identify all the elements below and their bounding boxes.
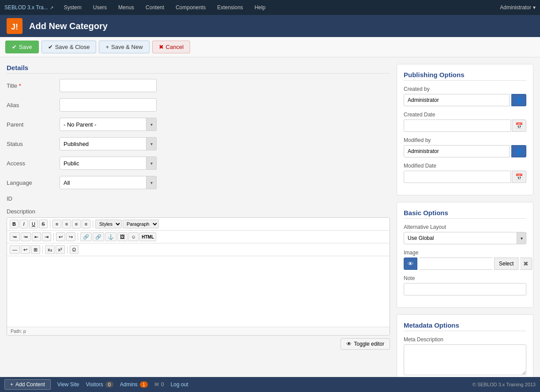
modified-date-calendar-btn[interactable]: 📅 xyxy=(512,171,526,183)
parent-select[interactable]: - No Parent - xyxy=(60,118,157,131)
meta-description-input[interactable] xyxy=(404,344,526,375)
nav-help[interactable]: Help xyxy=(253,4,267,11)
editor-strikethrough-btn[interactable]: S xyxy=(39,220,48,228)
image-select-btn[interactable]: Select xyxy=(494,258,518,270)
editor-anchor-btn[interactable]: ⚓ xyxy=(105,232,116,241)
created-date-input[interactable] xyxy=(404,119,511,132)
access-select[interactable]: PublicRegisteredSpecial xyxy=(60,157,157,170)
editor-unlink-btn[interactable]: 🔗 xyxy=(93,232,104,241)
main-nav: System Users Menus Content Components Ex… xyxy=(62,4,500,11)
modified-by-input[interactable] xyxy=(404,145,510,157)
editor-paragraph-select[interactable]: Paragraph xyxy=(123,220,159,228)
created-date-row: Created Date 📅 xyxy=(404,112,526,132)
image-eye-btn[interactable]: 👁 xyxy=(404,258,417,270)
status-select[interactable]: PublishedUnpublishedArchivedTrashed xyxy=(60,137,157,150)
created-by-label: Created by xyxy=(404,86,526,92)
copyright: © SEBLOD 3.x Training 2013 xyxy=(472,382,536,387)
image-label: Image xyxy=(404,250,526,256)
editor-superscript-btn[interactable]: x² xyxy=(56,245,65,254)
cancel-button[interactable]: ✖ Cancel xyxy=(152,41,190,53)
top-nav: SEBLOD 3.x Tra... ↗ System Users Menus C… xyxy=(0,0,540,15)
editor-undo-btn[interactable]: ↩ xyxy=(56,232,65,241)
title-input[interactable] xyxy=(60,79,157,92)
view-site-link[interactable]: View Site xyxy=(57,381,79,388)
image-path-input[interactable] xyxy=(419,258,492,270)
calendar-icon: 📅 xyxy=(515,122,523,129)
toggle-editor-button[interactable]: 👁 Toggle editor xyxy=(341,338,390,350)
parent-row: Parent - No Parent - ▾ xyxy=(7,118,390,131)
editor-html-btn[interactable]: HTML xyxy=(139,232,156,241)
admin-arrow-icon: ▾ xyxy=(533,4,536,11)
save-close-button[interactable]: ✔ Save & Close xyxy=(41,41,97,53)
editor-align-center-btn[interactable]: ≡ xyxy=(62,220,71,228)
note-input[interactable] xyxy=(404,283,526,295)
editor-ol-btn[interactable]: ≔ xyxy=(21,232,31,241)
language-label: Language xyxy=(7,179,60,186)
meta-description-row: Meta Description xyxy=(404,336,526,377)
editor-emoticon-btn[interactable]: ☺ xyxy=(128,232,139,241)
editor-styles-select[interactable]: Styles xyxy=(95,220,122,228)
editor-outdent-btn[interactable]: ⇤ xyxy=(32,232,41,241)
alt-layout-select[interactable]: Use Global xyxy=(404,232,526,244)
modified-date-row: Modified Date 📅 xyxy=(404,163,526,183)
nav-users[interactable]: Users xyxy=(91,4,109,11)
editor-image-btn[interactable]: 🖼 xyxy=(117,232,128,241)
add-content-button[interactable]: + Add Content xyxy=(4,379,51,390)
messages-link[interactable]: ✉ 0 xyxy=(154,381,164,388)
editor-bold-btn[interactable]: B xyxy=(10,220,19,228)
external-link-icon: ↗ xyxy=(50,5,53,10)
editor-special-btn[interactable]: Ω xyxy=(70,245,79,254)
publishing-options-heading: Publishing Options xyxy=(404,71,526,81)
editor-ul-btn[interactable]: ≔ xyxy=(10,232,20,241)
details-heading: Details xyxy=(7,64,390,74)
editor-subscript-btn[interactable]: x₂ xyxy=(45,245,55,254)
site-link[interactable]: SEBLOD 3.x Tra... ↗ xyxy=(4,4,53,11)
editor-hr-btn[interactable]: — xyxy=(10,245,20,254)
save-close-icon: ✔ xyxy=(48,44,53,50)
image-clear-btn[interactable]: ✖ xyxy=(520,258,532,270)
eye-icon-2: 👁 xyxy=(408,261,413,267)
editor-redo-btn[interactable]: ↪ xyxy=(66,232,75,241)
editor-align-right-btn[interactable]: ≡ xyxy=(72,220,81,228)
created-by-row: Created by 👤 xyxy=(404,86,526,106)
editor-justify-btn[interactable]: ≡ xyxy=(82,220,90,228)
nav-extensions[interactable]: Extensions xyxy=(215,4,245,11)
cancel-label: Cancel xyxy=(166,44,184,50)
nav-system[interactable]: System xyxy=(62,4,83,11)
nav-components[interactable]: Components xyxy=(174,4,207,11)
created-by-input[interactable] xyxy=(404,94,510,106)
created-by-select-btn[interactable]: 👤 xyxy=(511,94,526,106)
editor-indent-btn[interactable]: ⇥ xyxy=(42,232,51,241)
admin-menu[interactable]: Administrator ▾ xyxy=(500,4,536,11)
nav-menus[interactable]: Menus xyxy=(116,4,136,11)
editor-area[interactable] xyxy=(7,256,390,327)
alias-label: Alias xyxy=(7,102,60,108)
created-date-calendar-btn[interactable]: 📅 xyxy=(512,119,526,132)
logout-link[interactable]: Log out xyxy=(171,381,188,388)
alt-layout-select-wrap: Use Global ▾ xyxy=(404,232,526,244)
editor-underline-btn[interactable]: U xyxy=(29,220,38,228)
editor-undo2-btn[interactable]: ↩ xyxy=(21,245,30,254)
title-required: * xyxy=(19,82,21,89)
editor-align-left-btn[interactable]: ≡ xyxy=(52,220,61,228)
add-content-icon: + xyxy=(10,381,13,388)
editor-italic-btn[interactable]: I xyxy=(19,220,28,228)
editor-separator-3 xyxy=(53,233,54,241)
save-label: Save xyxy=(19,44,32,50)
modified-date-input[interactable] xyxy=(404,171,511,183)
editor-link-btn[interactable]: 🔗 xyxy=(80,232,92,241)
editor-toolbar-row3: — ↩ ⊞ x₂ x² Ω xyxy=(7,243,390,256)
nav-content[interactable]: Content xyxy=(144,4,166,11)
editor-toolbar-row1: B I U S ≡ ≡ ≡ ≡ Styles Paragraph xyxy=(7,218,390,231)
modified-by-select-btn[interactable]: 👤 xyxy=(511,145,526,157)
image-row: Image 👁 Select ✖ xyxy=(404,250,526,270)
language-select[interactable]: All xyxy=(60,176,157,189)
visitors-link[interactable]: Visitors 0 xyxy=(86,381,113,388)
admins-link[interactable]: Admins 1 xyxy=(120,381,148,388)
save-new-button[interactable]: + Save & New xyxy=(99,41,149,53)
alias-input[interactable] xyxy=(60,98,157,112)
alt-layout-label: Alternative Layout xyxy=(404,224,526,230)
editor-table-btn[interactable]: ⊞ xyxy=(31,245,40,254)
save-button[interactable]: ✔ Save xyxy=(5,41,39,53)
created-date-label: Created Date xyxy=(404,112,526,118)
